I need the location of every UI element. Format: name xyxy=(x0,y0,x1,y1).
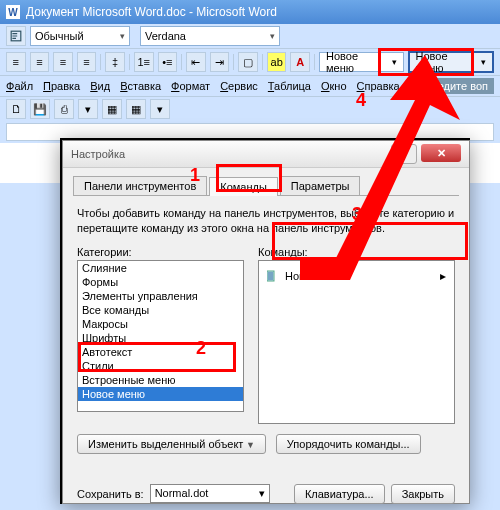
word-icon: W xyxy=(6,5,20,19)
font-color-icon[interactable]: A xyxy=(290,52,310,72)
menu-help[interactable]: Справка xyxy=(357,80,400,92)
align-right-icon[interactable]: ≡ xyxy=(53,52,73,72)
list-item[interactable]: Встроенные меню xyxy=(78,373,243,387)
commands-label: Команды: xyxy=(258,246,455,258)
menu-bar: Файл Правка Вид Вставка Формат Сервис Та… xyxy=(0,76,500,97)
save-icon[interactable]: 💾 xyxy=(30,99,50,119)
customize-dialog: Настройка ? ✕ Панели инструментов Команд… xyxy=(60,138,470,504)
new-menu-button-1[interactable]: Новое меню xyxy=(319,52,403,72)
align-center-icon[interactable]: ≡ xyxy=(30,52,50,72)
align-left-icon[interactable]: ≡ xyxy=(6,52,26,72)
list-item[interactable]: Слияние xyxy=(78,261,243,275)
list-item-selected[interactable]: Новое меню xyxy=(78,387,243,401)
tab-commands[interactable]: Команды xyxy=(209,177,278,196)
close-button[interactable]: Закрыть xyxy=(391,484,455,504)
commands-listbox[interactable]: Новое меню ▸ xyxy=(258,260,455,424)
title-bar: W Документ Microsoft Word.doc - Microsof… xyxy=(0,0,500,24)
standard-toolbar: 🗋 💾 ⎙ ▾ ▦ ▦ ▾ xyxy=(0,97,500,121)
reorder-button[interactable]: Упорядочить команды... xyxy=(276,434,421,454)
style-switch-icon[interactable] xyxy=(6,26,26,46)
keyboard-button[interactable]: Клавиатура... xyxy=(294,484,385,504)
list-item[interactable]: Формы xyxy=(78,275,243,289)
print-icon[interactable]: ⎙ xyxy=(54,99,74,119)
line-spacing-icon[interactable]: ‡ xyxy=(105,52,125,72)
list-item[interactable]: Макросы xyxy=(78,317,243,331)
dialog-title-bar: Настройка ? ✕ xyxy=(63,141,469,168)
change-object-button[interactable]: Изменить выделенный объект xyxy=(77,434,266,454)
font-selector[interactable]: Verdana xyxy=(140,26,280,46)
new-menu-button-2[interactable]: Новое меню xyxy=(408,51,494,73)
menu-view[interactable]: Вид xyxy=(90,80,110,92)
more-tools-icon[interactable]: ▾ xyxy=(78,99,98,119)
insert-table-icon[interactable]: ▦ xyxy=(126,99,146,119)
menu-file[interactable]: Файл xyxy=(6,80,33,92)
paragraph-toolbar: ≡ ≡ ≡ ≡ ‡ 1≡ •≡ ⇤ ⇥ ▢ ab A Новое меню Но… xyxy=(0,49,500,76)
menu-insert[interactable]: Вставка xyxy=(120,80,161,92)
border-icon[interactable]: ▢ xyxy=(238,52,258,72)
indent-decrease-icon[interactable]: ⇤ xyxy=(186,52,206,72)
save-in-selector[interactable]: Normal.dot xyxy=(150,484,270,503)
toolbar-options-icon[interactable]: ▾ xyxy=(150,99,170,119)
tab-params[interactable]: Параметры xyxy=(280,176,361,195)
command-item-label: Новое меню xyxy=(285,270,348,282)
bullet-list-icon[interactable]: •≡ xyxy=(158,52,178,72)
categories-label: Категории: xyxy=(77,246,244,258)
list-item[interactable]: Стили xyxy=(78,359,243,373)
list-item[interactable]: Элементы управления xyxy=(78,289,243,303)
command-item-new-menu[interactable]: Новое меню ▸ xyxy=(265,267,448,285)
formatting-toolbar: Обычный Verdana xyxy=(0,24,500,49)
ask-question-box[interactable]: Введите воп xyxy=(419,78,494,94)
menu-icon xyxy=(267,270,279,282)
menu-service[interactable]: Сервис xyxy=(220,80,258,92)
save-in-label: Сохранить в: xyxy=(77,488,144,500)
list-item[interactable]: Автотекст xyxy=(78,345,243,359)
numbered-list-icon[interactable]: 1≡ xyxy=(134,52,154,72)
style-selector[interactable]: Обычный xyxy=(30,26,130,46)
submenu-arrow-icon: ▸ xyxy=(440,269,446,283)
highlight-icon[interactable]: ab xyxy=(267,52,287,72)
list-item[interactable]: Все команды xyxy=(78,303,243,317)
indent-increase-icon[interactable]: ⇥ xyxy=(210,52,230,72)
help-button[interactable]: ? xyxy=(391,144,417,164)
menu-table[interactable]: Таблица xyxy=(268,80,311,92)
menu-edit[interactable]: Правка xyxy=(43,80,80,92)
dialog-tabs: Панели инструментов Команды Параметры xyxy=(73,176,459,196)
table-icon[interactable]: ▦ xyxy=(102,99,122,119)
new-doc-icon[interactable]: 🗋 xyxy=(6,99,26,119)
menu-format[interactable]: Формат xyxy=(171,80,210,92)
list-item[interactable]: Шрифты xyxy=(78,331,243,345)
close-window-button[interactable]: ✕ xyxy=(421,144,461,162)
tab-toolbars[interactable]: Панели инструментов xyxy=(73,176,207,195)
align-justify-icon[interactable]: ≡ xyxy=(77,52,97,72)
menu-window[interactable]: Окно xyxy=(321,80,347,92)
window-title: Документ Microsoft Word.doc - Microsoft … xyxy=(26,5,277,19)
instruction-text: Чтобы добавить команду на панель инструм… xyxy=(77,206,455,236)
dialog-title: Настройка xyxy=(71,148,125,160)
categories-listbox[interactable]: Слияние Формы Элементы управления Все ко… xyxy=(77,260,244,412)
